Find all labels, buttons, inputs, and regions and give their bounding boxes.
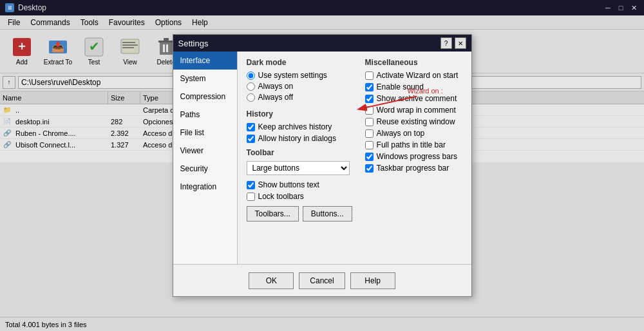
- help-footer-button[interactable]: Help: [350, 272, 395, 289]
- reuse-window-checkbox[interactable]: [365, 118, 374, 126]
- nav-security[interactable]: Security: [173, 160, 237, 178]
- cancel-button[interactable]: Cancel: [299, 272, 345, 289]
- windows-progress-bars[interactable]: Windows progress bars: [365, 152, 462, 161]
- nav-compression[interactable]: Compression: [173, 88, 237, 106]
- misc-section-label: Miscellaneous: [365, 58, 462, 67]
- radio-always-off[interactable]: Always off: [247, 93, 352, 102]
- show-archive-comment[interactable]: Show archive comment: [365, 94, 462, 103]
- enable-sound-checkbox[interactable]: [365, 83, 374, 91]
- taskbar-progress-bar[interactable]: Taskbar progress bar: [365, 164, 462, 173]
- toolbar-size-dropdown[interactable]: Large buttons Small buttons: [247, 161, 350, 175]
- dialog-title-bar: Settings ? ✕: [173, 35, 471, 52]
- nav-interface[interactable]: Interface: [173, 52, 237, 70]
- enable-sound[interactable]: Enable sound: [365, 82, 462, 91]
- nav-integration[interactable]: Integration: [173, 178, 237, 196]
- full-paths-checkbox[interactable]: [365, 141, 374, 149]
- nav-system[interactable]: System: [173, 70, 237, 88]
- show-archive-comment-checkbox[interactable]: [365, 95, 374, 103]
- dialog-overlay: Settings ? ✕ Interface System Compressio…: [0, 0, 644, 331]
- activate-wizard-checkbox[interactable]: [365, 71, 374, 80]
- dark-mode-options: Use system settings Always on Always off: [247, 71, 352, 102]
- always-on-top-checkbox[interactable]: [365, 129, 374, 138]
- settings-right-col: Miscellaneous Activate Wizard on start E…: [365, 58, 462, 222]
- radio-use-system-input[interactable]: [247, 71, 255, 80]
- word-wrap-comment[interactable]: Word wrap in comment: [365, 106, 462, 115]
- history-options: Keep archives history Allow history in d…: [247, 122, 352, 143]
- lock-toolbars[interactable]: Lock toolbars: [247, 192, 352, 201]
- dialog-title: Settings: [178, 39, 209, 48]
- radio-always-on[interactable]: Always on: [247, 82, 352, 91]
- word-wrap-checkbox[interactable]: [365, 106, 374, 115]
- lock-toolbars-checkbox[interactable]: [247, 193, 255, 201]
- settings-dialog: Settings ? ✕ Interface System Compressio…: [173, 34, 472, 297]
- keep-archives-checkbox[interactable]: [247, 123, 255, 131]
- dark-mode-section-label: Dark mode: [247, 58, 352, 67]
- toolbar-section-label: Toolbar: [247, 148, 352, 157]
- show-buttons-text[interactable]: Show buttons text: [247, 180, 352, 189]
- dialog-footer: OK Cancel Help: [173, 264, 471, 296]
- toolbars-button[interactable]: Toolbars...: [247, 206, 299, 222]
- keep-archives-history[interactable]: Keep archives history: [247, 122, 352, 131]
- allow-history-checkbox[interactable]: [247, 135, 255, 143]
- always-on-top[interactable]: Always on top: [365, 129, 462, 138]
- settings-columns: Dark mode Use system settings Always on: [247, 58, 462, 222]
- nav-filelist[interactable]: File list: [173, 124, 237, 142]
- settings-left-col: Dark mode Use system settings Always on: [247, 58, 352, 222]
- nav-viewer[interactable]: Viewer: [173, 142, 237, 160]
- taskbar-progress-checkbox[interactable]: [365, 164, 374, 173]
- windows-progress-checkbox[interactable]: [365, 153, 374, 161]
- allow-history-dialogs[interactable]: Allow history in dialogs: [247, 134, 352, 143]
- radio-always-off-input[interactable]: [247, 93, 255, 102]
- radio-use-system[interactable]: Use system settings: [247, 71, 352, 80]
- reuse-window[interactable]: Reuse existing window: [365, 117, 462, 126]
- buttons-button[interactable]: Buttons...: [303, 206, 352, 222]
- full-paths-title[interactable]: Full paths in title bar: [365, 140, 462, 149]
- activate-wizard[interactable]: Activate Wizard on start: [365, 71, 462, 80]
- dialog-close-button[interactable]: ✕: [455, 37, 466, 49]
- nav-paths[interactable]: Paths: [173, 106, 237, 124]
- toolbar-checkboxes: Show buttons text Lock toolbars: [247, 180, 352, 201]
- show-buttons-text-checkbox[interactable]: [247, 181, 255, 189]
- settings-content: Dark mode Use system settings Always on: [238, 52, 471, 264]
- dialog-controls: ? ✕: [440, 37, 466, 49]
- ok-button[interactable]: OK: [249, 272, 294, 289]
- radio-always-on-input[interactable]: [247, 82, 255, 91]
- history-section-label: History: [247, 109, 352, 118]
- dialog-help-button[interactable]: ?: [440, 37, 452, 49]
- toolbar-action-buttons: Toolbars... Buttons...: [247, 206, 352, 222]
- settings-nav: Interface System Compression Paths File …: [173, 52, 238, 264]
